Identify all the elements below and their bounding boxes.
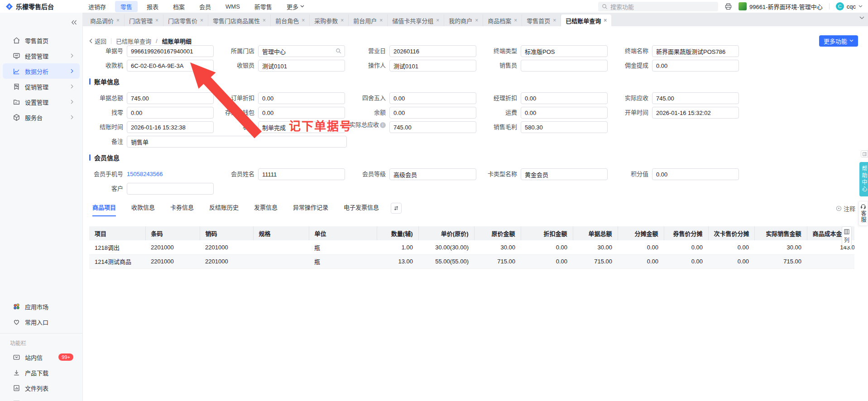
workspace-tab[interactable]: 前台角色× — [271, 14, 310, 26]
tab-product-items[interactable]: 商品项目 — [92, 203, 116, 216]
tab-abnormal-ops[interactable]: 异常操作记录 — [293, 203, 328, 216]
close-icon[interactable]: × — [200, 17, 203, 24]
nav-item-retail[interactable]: 零售 — [115, 1, 138, 12]
rounding-field[interactable] — [389, 92, 476, 104]
workspace-tab-active[interactable]: 已结账单查询× — [561, 14, 611, 26]
annotation-toggle[interactable]: 注释 — [836, 204, 855, 213]
breadcrumb-parent[interactable]: 已结账单查询 — [116, 37, 151, 45]
more-functions-button[interactable]: 更多功能 — [819, 35, 858, 47]
actual-total-receivable-field[interactable] — [389, 121, 476, 133]
tab-invoice-info[interactable]: 发票信息 — [254, 203, 278, 216]
gross-profit-field[interactable] — [521, 121, 608, 133]
global-search-input[interactable]: 搜索功能 — [598, 2, 718, 11]
sidebar-item-app-market[interactable]: 应用市场 — [3, 299, 80, 314]
close-icon[interactable]: × — [302, 17, 305, 24]
table-row[interactable]: 1218调出 2201000 2201000 瓶 1.00 30.00(30.0… — [89, 240, 854, 254]
close-icon[interactable]: × — [436, 17, 439, 24]
column-sort-button[interactable] — [391, 203, 402, 214]
terminal-type-field[interactable] — [521, 45, 608, 57]
printer-button[interactable] — [724, 3, 732, 10]
card-type-field[interactable] — [521, 168, 608, 180]
order-discount-field[interactable] — [258, 92, 345, 104]
member-level-field[interactable] — [389, 168, 476, 180]
close-icon[interactable]: × — [263, 17, 266, 24]
close-icon[interactable]: × — [553, 17, 556, 24]
workspace-tab[interactable]: 门店零售价× — [163, 14, 208, 26]
close-icon[interactable]: × — [514, 17, 517, 24]
info-icon[interactable]: i — [380, 122, 386, 128]
user-menu[interactable]: C cqc — [836, 2, 863, 10]
sidebar-item-product-download[interactable]: 产品下载 — [3, 365, 80, 380]
nav-item-member[interactable]: 会员 — [194, 1, 216, 12]
nav-item-archive[interactable]: 档案 — [168, 1, 190, 12]
actual-receivable-field[interactable] — [652, 92, 739, 104]
close-icon[interactable]: × — [379, 17, 383, 24]
points-field[interactable] — [652, 168, 739, 180]
workspace-tab[interactable]: 商品调价× — [86, 14, 125, 26]
sidebar-item-service-desk[interactable]: 服务台 — [3, 110, 80, 125]
settle-time-field[interactable] — [127, 121, 214, 133]
close-icon[interactable]: × — [475, 17, 478, 24]
manager-discount-field[interactable] — [521, 92, 608, 104]
sidebar-item-request[interactable]: 需求申请 — [3, 396, 80, 401]
remark-field[interactable] — [127, 136, 347, 148]
sidebar-collapse-button[interactable] — [71, 20, 77, 25]
freight-field[interactable] — [521, 107, 608, 119]
status-field[interactable] — [258, 121, 345, 133]
nav-item-more[interactable]: 更多 — [281, 1, 310, 12]
nav-item-wms[interactable]: WMS — [220, 2, 245, 11]
environment-selector[interactable]: 99661-新界面环境-管理中心 — [739, 2, 823, 11]
back-button[interactable]: 返回 — [89, 37, 106, 45]
change-field[interactable] — [127, 107, 214, 119]
close-icon[interactable]: × — [155, 17, 158, 24]
sidebar-item-inbox[interactable]: 站内信 99+ — [3, 349, 80, 365]
customer-service-button[interactable]: 客服 — [858, 201, 868, 226]
tab-coupon-info[interactable]: 卡券信息 — [170, 203, 194, 216]
tab-e-invoice-info[interactable]: 电子发票信息 — [344, 203, 379, 216]
close-icon[interactable]: × — [340, 17, 344, 24]
cash-register-field[interactable] — [127, 60, 214, 72]
nav-item-inventory[interactable]: 进销存 — [83, 1, 111, 12]
order-number-field[interactable] — [127, 45, 214, 57]
sidebar-item-business-mgmt[interactable]: 经营管理 — [3, 48, 80, 63]
commission-field[interactable] — [652, 60, 739, 72]
close-icon[interactable]: × — [116, 17, 120, 24]
member-name-field[interactable] — [258, 168, 345, 180]
workspace-tab[interactable]: 前台用户× — [349, 14, 388, 26]
help-center-button[interactable]: 帮助中心 — [859, 162, 868, 196]
sidebar-item-file-list[interactable]: 文件列表 — [3, 380, 80, 396]
nav-item-new-retail[interactable]: 新零售 — [249, 1, 278, 12]
business-date-field[interactable] — [389, 45, 476, 57]
sidebar-item-promotion-mgmt[interactable]: 促销管理 — [3, 79, 80, 94]
tab-payment-info[interactable]: 收款信息 — [131, 203, 155, 216]
sidebar-item-data-analysis[interactable]: 数据分析 — [3, 63, 80, 79]
member-phone-link[interactable]: 15058243566 — [127, 168, 163, 180]
workspace-tab[interactable]: 储值卡共享分组× — [388, 14, 444, 26]
workspace-tab[interactable]: 我的商户× — [444, 14, 483, 26]
workspace-tab[interactable]: 采购参数× — [310, 14, 349, 26]
cashier-field[interactable] — [258, 60, 345, 72]
workspace-tab[interactable]: 零售首页× — [522, 14, 561, 26]
operator-field[interactable] — [389, 60, 476, 72]
store-field[interactable] — [258, 45, 345, 57]
tabstrip-dropdown-button[interactable] — [859, 16, 864, 19]
sidebar-item-settings-mgmt[interactable]: 设置管理 — [3, 94, 80, 110]
workspace-tab[interactable]: 零售门店商品属性× — [208, 14, 271, 26]
open-time-field[interactable] — [652, 107, 739, 119]
close-icon[interactable]: × — [604, 17, 607, 24]
table-row[interactable]: 1214测试商品 2201000 2201000 瓶 13.00 55.00(5… — [89, 254, 854, 268]
nav-item-report[interactable]: 报表 — [141, 1, 164, 12]
dock-collapse-button[interactable] — [861, 150, 868, 158]
wallet-deposit-field[interactable] — [258, 107, 345, 119]
balance-field[interactable] — [389, 107, 476, 119]
terminal-name-field[interactable] — [652, 45, 739, 57]
salesperson-field[interactable] — [521, 60, 608, 72]
workspace-tab[interactable]: 门店管理× — [125, 14, 163, 26]
sidebar-item-retail-home[interactable]: 零售首页 — [3, 33, 80, 48]
tab-reverse-history[interactable]: 反结账历史 — [209, 203, 239, 216]
workspace-tab[interactable]: 商品档案× — [483, 14, 522, 26]
column-settings-button[interactable]: 列 — [842, 226, 852, 246]
sidebar-item-favorites[interactable]: 常用入口 — [3, 314, 80, 329]
bill-total-field[interactable] — [127, 92, 214, 104]
search-icon[interactable] — [336, 48, 341, 54]
